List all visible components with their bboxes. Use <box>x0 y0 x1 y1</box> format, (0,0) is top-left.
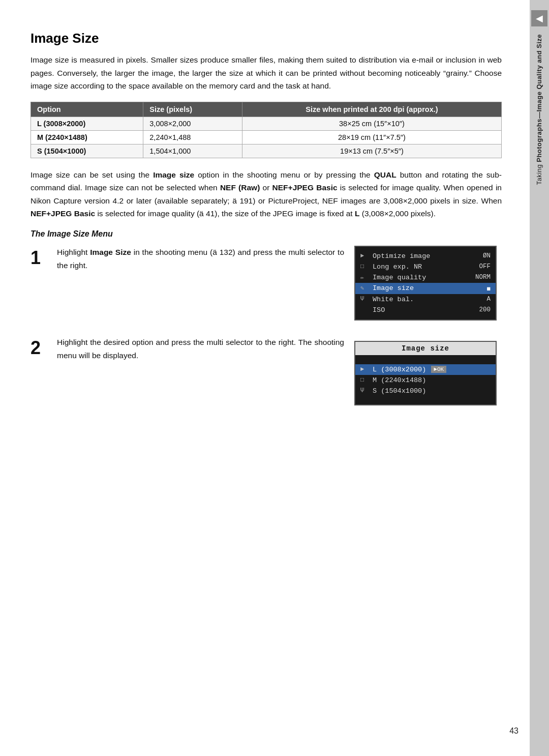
table-cell-pixels-1: 2,240×1,488 <box>143 130 242 144</box>
menu-value-longexp: OFF <box>479 263 491 270</box>
step-1-image: ► Optimize image ØN □ Long exp. NR OFF ✏… <box>354 246 502 321</box>
menu-icon-wb: Ψ <box>360 296 370 303</box>
menu-row-wb: Ψ White bal. A <box>355 294 496 305</box>
step-2-image: Image size ► L (3008x2000) ►OK □ M (2240… <box>354 336 502 405</box>
size-table: Option Size (pixels) Size when printed a… <box>30 102 502 158</box>
page-container: Image Size Image size is measured in pix… <box>0 0 549 756</box>
page-number: 43 <box>509 726 518 736</box>
menu-value-wb: A <box>486 296 491 303</box>
step-2-number: 2 <box>30 337 47 359</box>
menu-row-longexp: □ Long exp. NR OFF <box>355 261 496 272</box>
menu-value-quality: NORM <box>475 274 491 281</box>
menu-value-size: ◼ <box>486 284 491 293</box>
menu2-label-m: M (2240x1488) <box>373 376 426 384</box>
body-paragraph-2: Image size can be set using the Image si… <box>30 168 502 220</box>
step-2-text: Highlight the desired option and press t… <box>57 336 344 362</box>
menu-value-optimize: ØN <box>483 252 491 259</box>
menu2-ok-badge: ►OK <box>431 366 446 373</box>
menu-icon-optimize: ► <box>360 252 370 259</box>
table-cell-option-2: S (1504×1000) <box>31 144 143 158</box>
menu-row-optimize: ► Optimize image ØN <box>355 251 496 261</box>
menu-row-iso: ISO 200 <box>355 305 496 315</box>
menu-label-wb: White bal. <box>373 296 483 303</box>
menu2-row-m: □ M (2240x1488) <box>355 375 496 386</box>
table-cell-option-0: L (3008×2000) <box>31 117 143 130</box>
side-tab-text: Taking Photographs—Image Quality and Siz… <box>535 34 544 185</box>
camera-menu-1: ► Optimize image ØN □ Long exp. NR OFF ✏… <box>354 246 497 321</box>
side-tab: ◀ Taking Photographs—Image Quality and S… <box>530 0 549 756</box>
menu-label-iso: ISO <box>373 306 476 314</box>
menu2-icon-m: □ <box>360 376 370 384</box>
table-cell-option-1: M (2240×1488) <box>31 130 143 144</box>
menu-label-quality: Image quality <box>373 274 472 281</box>
table-cell-pixels-2: 1,504×1,000 <box>143 144 242 158</box>
menu2-icon-l: ► <box>360 366 370 373</box>
menu-row-quality: ✏ Image quality NORM <box>355 272 496 283</box>
menu-icon-quality: ✏ <box>360 274 370 281</box>
section-title: Image Size <box>30 31 502 46</box>
table-cell-print-0: 38×25 cm (15″×10″) <box>242 117 501 130</box>
menu2-row-l: ► L (3008x2000) ►OK <box>355 364 496 375</box>
table-header-size: Size (pixels) <box>143 102 242 117</box>
menu2-body: ► L (3008x2000) ►OK □ M (2240x1488) Ψ S … <box>355 355 496 404</box>
menu2-label-s: S (1504x1000) <box>373 387 426 395</box>
menu-label-optimize: Optimize image <box>373 252 480 260</box>
camera-menu-2: Image size ► L (3008x2000) ►OK □ M (2240… <box>354 341 497 405</box>
intro-paragraph: Image size is measured in pixels. Smalle… <box>30 53 502 93</box>
menu-icon-longexp: □ <box>360 263 370 270</box>
step-1-section: 1 Highlight Image Size in the shooting m… <box>30 246 502 321</box>
table-header-print: Size when printed at 200 dpi (approx.) <box>242 102 501 117</box>
menu2-title: Image size <box>355 342 496 355</box>
table-header-option: Option <box>31 102 143 117</box>
step-1-number: 1 <box>30 247 47 269</box>
menu2-label-l: L (3008x2000) <box>373 366 426 373</box>
menu2-row-s: Ψ S (1504x1000) <box>355 386 496 396</box>
step-2-section: 2 Highlight the desired option and press… <box>30 336 502 405</box>
table-cell-pixels-0: 3,008×2,000 <box>143 117 242 130</box>
menu-label-longexp: Long exp. NR <box>373 263 476 271</box>
menu-value-iso: 200 <box>479 306 491 313</box>
menu-label-size: Image size <box>373 284 483 292</box>
main-content: Image Size Image size is measured in pix… <box>0 0 530 756</box>
side-tab-arrow-icon: ◀ <box>531 10 547 26</box>
step-1-text: Highlight Image Size in the shooting men… <box>57 246 344 272</box>
menu-icon-size: ✎ <box>360 284 370 292</box>
menu-row-size: ✎ Image size ◼ <box>355 283 496 294</box>
table-cell-print-1: 28×19 cm (11″×7.5″) <box>242 130 501 144</box>
menu2-icon-s: Ψ <box>360 387 370 394</box>
sub-heading: The Image Size Menu <box>30 229 502 239</box>
table-cell-print-2: 19×13 cm (7.5″×5″) <box>242 144 501 158</box>
